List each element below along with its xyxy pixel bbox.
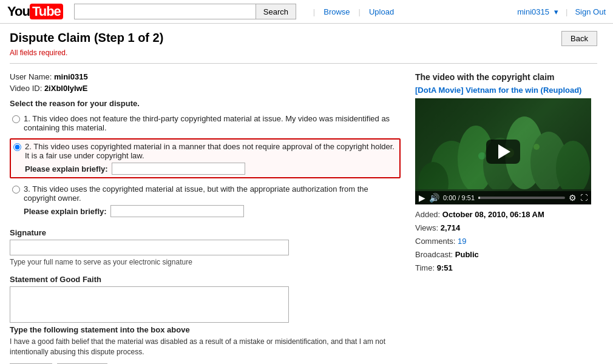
option-2-container: 2. This video uses copyrighted material … xyxy=(25,142,397,175)
page-title: Dispute Claim (Step 1 of 2) xyxy=(10,31,163,45)
search-input[interactable] xyxy=(74,4,256,19)
user-menu[interactable]: mini0315 xyxy=(517,7,549,16)
added-row: Added: October 08, 2010, 06:18 AM xyxy=(415,208,597,221)
video-title-link[interactable]: [DotA Movie] Vietnam for the win (Reuplo… xyxy=(415,86,597,95)
good-faith-title: Statement of Good Faith xyxy=(10,275,401,284)
explain-label-3: Please explain briefly: xyxy=(24,207,107,216)
option-1-text: 1. This video does not feature the third… xyxy=(24,114,398,132)
nav-separator-2: | xyxy=(359,7,361,16)
svg-point-9 xyxy=(533,144,540,150)
added-value: October 08, 2010, 06:18 AM xyxy=(442,210,544,219)
fullscreen-icon[interactable]: ⛶ xyxy=(580,194,588,202)
signature-title: Signature xyxy=(10,228,401,237)
browse-link[interactable]: Browse xyxy=(323,7,350,16)
good-faith-textarea[interactable] xyxy=(10,286,289,323)
upload-link[interactable]: Upload xyxy=(369,7,394,16)
user-name-label: User Name: xyxy=(10,72,52,81)
user-dropdown-arrow[interactable]: ▾ xyxy=(554,7,558,16)
progress-fill xyxy=(478,197,480,199)
explain-row-2: Please explain briefly: xyxy=(25,163,397,175)
time-row: Time: 9:51 xyxy=(415,261,597,275)
video-panel-heading: The video with the copyright claim xyxy=(415,72,597,82)
right-column: The video with the copyright claim [DotA… xyxy=(415,72,597,364)
radio-1[interactable] xyxy=(12,115,20,123)
header: YouTube Search | Browse | Upload mini031… xyxy=(0,0,613,24)
search-bar: Search xyxy=(74,4,305,19)
play-ctrl-icon[interactable]: ▶ xyxy=(419,193,425,203)
signature-caption: Type your full name to serve as your ele… xyxy=(10,258,401,266)
instructions-text: I have a good faith belief that the mate… xyxy=(10,337,401,357)
radio-option-3: 3. This video uses the copyrighted mater… xyxy=(10,182,401,220)
views-label: Views: xyxy=(415,223,438,232)
nav-separator-3: | xyxy=(566,7,567,16)
explain-input-2[interactable] xyxy=(112,163,245,175)
comments-label: Comments: xyxy=(415,237,455,246)
views-value: 2,714 xyxy=(441,223,461,232)
play-button[interactable] xyxy=(486,140,520,164)
video-controls: ▶ 🔊 0:00 / 9:51 ⚙ ⛶ xyxy=(415,191,591,204)
broadcast-label: Broadcast: xyxy=(415,250,453,259)
broadcast-row: Broadcast: Public xyxy=(415,248,597,261)
option-3-container: 3. This video uses the copyrighted mater… xyxy=(24,184,398,217)
explain-input-3[interactable] xyxy=(110,205,244,217)
search-button[interactable]: Search xyxy=(256,4,296,19)
nav-separator-1: | xyxy=(313,7,315,16)
views-row: Views: 2,714 xyxy=(415,221,597,235)
explain-label-2: Please explain briefly: xyxy=(25,164,108,174)
left-column: User Name: mini0315 Video ID: 2iXbl0lylw… xyxy=(10,72,401,364)
header-right: mini0315 ▾ | Sign Out xyxy=(517,7,606,16)
time-label: Time: xyxy=(415,263,435,272)
user-name-row: User Name: mini0315 xyxy=(10,72,401,81)
comments-link[interactable]: 19 xyxy=(458,237,466,246)
signature-input[interactable] xyxy=(10,240,289,255)
select-reason-label: Select the reason for your dispute. xyxy=(10,99,401,108)
time-value: 9:51 xyxy=(437,263,453,272)
play-triangle-icon xyxy=(498,144,510,159)
main-layout: User Name: mini0315 Video ID: 2iXbl0lylw… xyxy=(10,72,597,364)
progress-bar[interactable] xyxy=(478,197,565,199)
instructions-bold: Type the following statement into the bo… xyxy=(10,325,401,334)
logo-tube: Tube xyxy=(30,4,63,19)
option-2-text: 2. This video uses copyrighted material … xyxy=(25,142,395,160)
back-button[interactable]: Back xyxy=(561,31,597,46)
logo[interactable]: YouTube xyxy=(7,4,63,19)
radio-option-2: 2. This video uses copyrighted material … xyxy=(10,138,401,178)
video-thumbnail: ▶ 🔊 0:00 / 9:51 ⚙ ⛶ xyxy=(415,98,591,204)
required-note: All fields required. xyxy=(10,49,597,57)
video-id-value: 2iXbl0lylwE xyxy=(44,84,88,93)
top-bar: Dispute Claim (Step 1 of 2) Back xyxy=(10,31,597,46)
explain-row-3: Please explain briefly: xyxy=(24,205,398,217)
broadcast-value: Public xyxy=(455,250,479,259)
video-id-row: Video ID: 2iXbl0lylwE xyxy=(10,84,401,93)
radio-3[interactable] xyxy=(12,186,20,194)
svg-point-6 xyxy=(556,141,590,195)
divider xyxy=(10,63,597,64)
page-container: Dispute Claim (Step 1 of 2) Back All fie… xyxy=(0,24,607,364)
added-label: Added: xyxy=(415,210,440,219)
svg-point-10 xyxy=(478,152,486,160)
signout-link[interactable]: Sign Out xyxy=(575,7,606,16)
time-display: 0:00 / 9:51 xyxy=(443,194,475,201)
video-id-label: Video ID: xyxy=(10,84,42,93)
logo-you: You xyxy=(7,4,30,19)
settings-icon[interactable]: ⚙ xyxy=(569,193,577,203)
user-name-value: mini0315 xyxy=(54,72,88,81)
volume-icon[interactable]: 🔊 xyxy=(429,193,439,203)
radio-2[interactable] xyxy=(13,143,21,151)
video-meta: Added: October 08, 2010, 06:18 AM Views:… xyxy=(415,208,597,275)
comments-row: Comments: 19 xyxy=(415,235,597,248)
option-3-text: 3. This video uses the copyrighted mater… xyxy=(24,184,368,203)
radio-option-1: 1. This video does not feature the third… xyxy=(10,112,401,135)
